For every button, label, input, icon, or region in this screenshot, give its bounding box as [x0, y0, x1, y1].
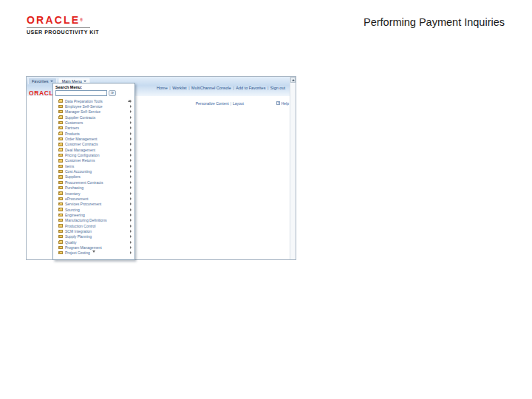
menu-item[interactable]: Purchasing [53, 185, 134, 191]
menu-item-label: Cost Accounting [65, 169, 128, 174]
folder-icon [58, 143, 63, 146]
menu-item-label: Deal Management [65, 148, 128, 152]
menu-item[interactable]: Production Control [53, 223, 134, 228]
tab-label: Favorites [32, 79, 49, 83]
submenu-arrow-icon [130, 202, 132, 205]
menu-item-label: eProcurement [65, 197, 128, 201]
menu-item-label: Sourcing [65, 208, 128, 212]
menu-item[interactable]: Products [53, 131, 134, 136]
submenu-arrow-icon [130, 170, 132, 173]
menu-item[interactable]: Manufacturing Definitions [53, 218, 134, 223]
folder-icon [58, 241, 63, 244]
menu-item[interactable]: Procurement Contracts [53, 180, 134, 185]
menu-item[interactable]: Customer Returns [53, 158, 134, 163]
menu-item[interactable]: Data Preparation Tools [53, 98, 134, 103]
submenu-arrow-icon [130, 197, 132, 200]
folder-icon [58, 230, 63, 233]
folder-icon [58, 251, 63, 254]
folder-icon [58, 170, 63, 173]
menu-item[interactable]: Supply Planning [53, 234, 134, 239]
menu-item[interactable]: Order Management [53, 136, 134, 141]
search-row [55, 90, 134, 96]
submenu-arrow-icon [130, 159, 132, 162]
header-link[interactable]: Home [157, 86, 168, 90]
menu-item-label: Pricing Configuration [65, 153, 128, 157]
folder-icon [58, 100, 63, 103]
menu-item[interactable]: Customers [53, 120, 134, 125]
arrow-up-icon [292, 79, 295, 81]
menu-item[interactable]: Items [53, 163, 134, 168]
menu-item[interactable]: Deal Management [53, 147, 134, 152]
help-link[interactable]: ? Help [276, 101, 289, 106]
folder-icon [58, 208, 63, 211]
menu-item-label: Manager Self-Service [65, 109, 128, 114]
folder-icon [58, 191, 63, 194]
search-menu-input[interactable] [55, 90, 107, 96]
header-link[interactable]: Layout [229, 101, 244, 106]
submenu-arrow-icon [130, 208, 132, 211]
header-link[interactable]: Personalize Content [196, 101, 229, 106]
header-link[interactable]: Sign out [265, 86, 285, 90]
menu-list: Data Preparation Tools Employee Self-Ser… [53, 98, 134, 256]
menu-item-label: Customer Returns [65, 158, 128, 163]
header-link[interactable]: Worklist [168, 86, 187, 90]
menu-item-label: Project Costing [65, 250, 128, 255]
folder-icon [58, 132, 63, 135]
menu-item[interactable]: Partners [53, 126, 134, 131]
menu-item[interactable]: Supplier Contracts [53, 115, 134, 120]
menu-item-label: Employee Self-Service [65, 104, 128, 109]
vertical-scrollbar[interactable] [290, 77, 296, 259]
folder-icon [58, 126, 63, 129]
folder-icon [58, 116, 63, 119]
menu-item[interactable]: Quality [53, 239, 134, 245]
arrow-down-icon [92, 250, 95, 257]
menu-item[interactable]: SCM Integration [53, 228, 134, 233]
personalize-links: Personalize ContentLayout [196, 101, 244, 106]
search-go-icon[interactable] [109, 90, 116, 96]
submenu-arrow-icon [130, 137, 132, 140]
menu-item[interactable]: Employee Self-Service [53, 103, 134, 109]
submenu-arrow-icon [130, 154, 132, 157]
menu-item[interactable]: Inventory [53, 191, 134, 196]
menu-item-label: Procurement Contracts [65, 180, 128, 185]
menu-item[interactable]: Engineering [53, 212, 134, 217]
folder-icon [58, 219, 63, 222]
menu-item-label: Suppliers [65, 174, 128, 179]
menu-scroll-down[interactable] [92, 253, 95, 257]
folder-icon [58, 121, 63, 124]
submenu-arrow-icon [130, 165, 132, 168]
submenu-arrow-icon [130, 105, 132, 108]
menu-item[interactable]: Customer Contracts [53, 142, 134, 147]
submenu-arrow-icon [130, 251, 132, 254]
slide: ORACLE® USER PRODUCTIVITY KIT Performing… [0, 0, 532, 399]
menu-item-label: SCM Integration [65, 229, 128, 233]
menu-item-label: Services Procurement [65, 202, 128, 206]
oracle-logo: ORACLE® [27, 15, 98, 25]
chevron-down-icon [50, 81, 53, 82]
folder-icon [58, 137, 63, 140]
menu-item[interactable]: Suppliers [53, 174, 134, 180]
menu-item[interactable]: Cost Accounting [53, 168, 134, 174]
header-link[interactable]: Add to Favorites [231, 86, 265, 90]
menu-item[interactable]: Manager Self-Service [53, 109, 134, 115]
application-screenshot: Favorites Main Menu HomeWorklistMultiCha… [26, 76, 296, 260]
menu-item-label: Manufacturing Definitions [65, 218, 128, 222]
header-link[interactable]: MultiChannel Console [187, 86, 231, 90]
help-label: Help [282, 101, 289, 106]
menu-item[interactable]: Program Management [53, 245, 134, 250]
submenu-arrow-icon [130, 116, 132, 119]
menu-item-label: Program Management [65, 245, 128, 250]
folder-icon [58, 105, 63, 108]
menu-item[interactable]: Sourcing [53, 207, 134, 212]
folder-icon [58, 110, 63, 113]
submenu-arrow-icon [130, 219, 132, 222]
scrollbar-up-button[interactable] [290, 77, 296, 83]
header-links: HomeWorklistMultiChannel ConsoleAdd to F… [157, 86, 285, 90]
menu-item[interactable]: eProcurement [53, 196, 134, 201]
folder-icon [58, 197, 63, 200]
upk-logo: ORACLE® USER PRODUCTIVITY KIT [27, 15, 98, 35]
menu-item[interactable]: Services Procurement [53, 202, 134, 207]
folder-icon [58, 224, 63, 227]
menu-item[interactable]: Pricing Configuration [53, 152, 134, 157]
submenu-arrow-icon [130, 246, 132, 249]
